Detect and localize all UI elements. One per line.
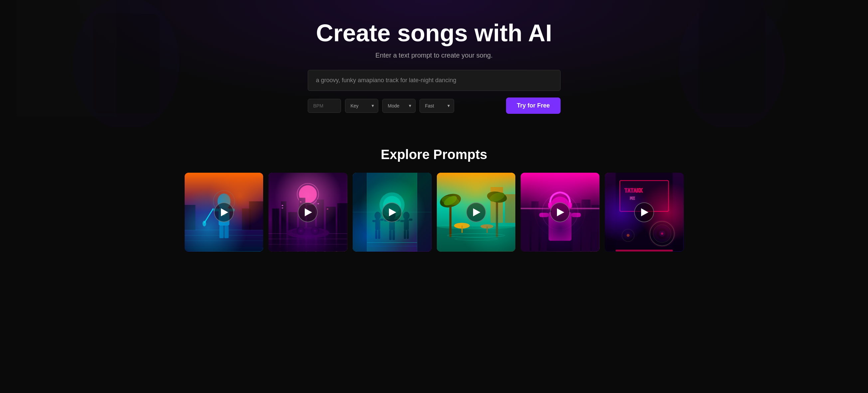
speed-select-wrapper: Fast Slow Medium ▼ (420, 99, 454, 113)
card-6-play-overlay (605, 173, 684, 251)
card-2-play-overlay (269, 173, 347, 251)
card-5-play-button[interactable] (550, 202, 570, 222)
hero-section: Create songs with AI Enter a text prompt… (0, 0, 868, 127)
card-4-play-button[interactable] (466, 202, 486, 222)
bpm-input[interactable] (308, 99, 341, 113)
explore-title: Explore Prompts (20, 147, 848, 162)
mode-select-wrapper: Mode Major Minor ▼ (382, 99, 415, 113)
prompt-input[interactable] (308, 70, 561, 91)
card-5-play-icon (557, 208, 564, 216)
prompt-card-3[interactable] (353, 173, 432, 251)
controls-row: Key C C# D D# E F F# G G# A A# B ▼ Mode … (308, 97, 561, 114)
speed-select[interactable]: Fast Slow Medium (420, 99, 454, 113)
mode-select[interactable]: Mode Major Minor (382, 99, 415, 113)
key-select[interactable]: Key C C# D D# E F F# G G# A A# B (345, 99, 378, 113)
card-1-play-button[interactable] (214, 202, 234, 222)
card-2-play-icon (305, 208, 312, 216)
svg-rect-3 (699, 0, 765, 114)
prompt-container (308, 70, 561, 91)
try-for-free-button[interactable]: Try for Free (506, 97, 560, 114)
prompt-card-1[interactable] (185, 173, 264, 251)
key-select-wrapper: Key C C# D D# E F F# G G# A A# B ▼ (345, 99, 378, 113)
prompt-card-4[interactable] (437, 173, 516, 251)
prompt-card-5[interactable] (521, 173, 599, 251)
prompts-grid: TATAKK ME (185, 173, 684, 251)
svg-point-0 (73, 0, 180, 127)
prompt-card-6[interactable]: TATAKK ME (605, 173, 684, 251)
card-5-play-overlay (521, 173, 599, 251)
page-subtitle: Enter a text prompt to create your song. (375, 52, 492, 59)
card-3-play-icon (389, 208, 396, 216)
card-4-play-overlay (437, 173, 516, 251)
card-3-play-button[interactable] (382, 202, 402, 222)
svg-rect-1 (93, 13, 160, 114)
card-3-play-overlay (353, 173, 432, 251)
card-4-play-icon (473, 208, 480, 216)
card-1-play-icon (221, 208, 228, 216)
svg-point-2 (679, 0, 785, 127)
page-title: Create songs with AI (316, 20, 552, 46)
card-1-play-overlay (185, 173, 264, 251)
prompt-card-2[interactable] (269, 173, 347, 251)
explore-section: Explore Prompts (0, 127, 868, 265)
card-6-play-icon (641, 208, 648, 216)
card-2-play-button[interactable] (298, 202, 318, 222)
card-6-play-button[interactable] (634, 202, 654, 222)
